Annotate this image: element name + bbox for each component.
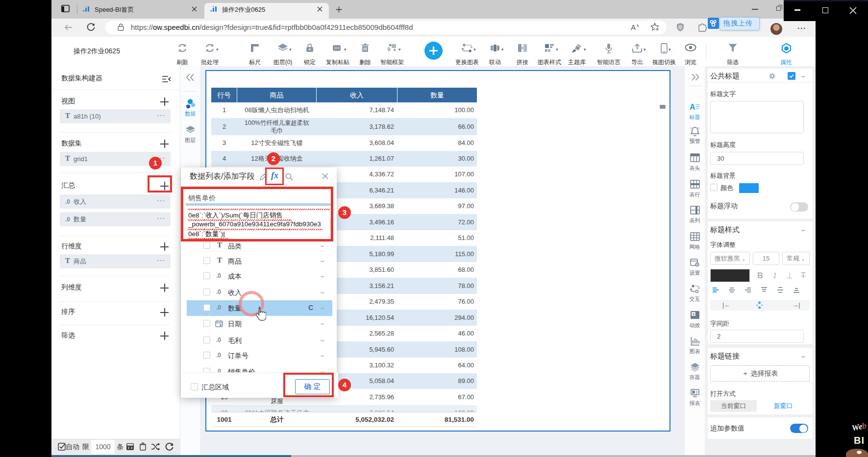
svg-text:A: A: [631, 23, 636, 31]
svg-text:A: A: [690, 103, 695, 111]
